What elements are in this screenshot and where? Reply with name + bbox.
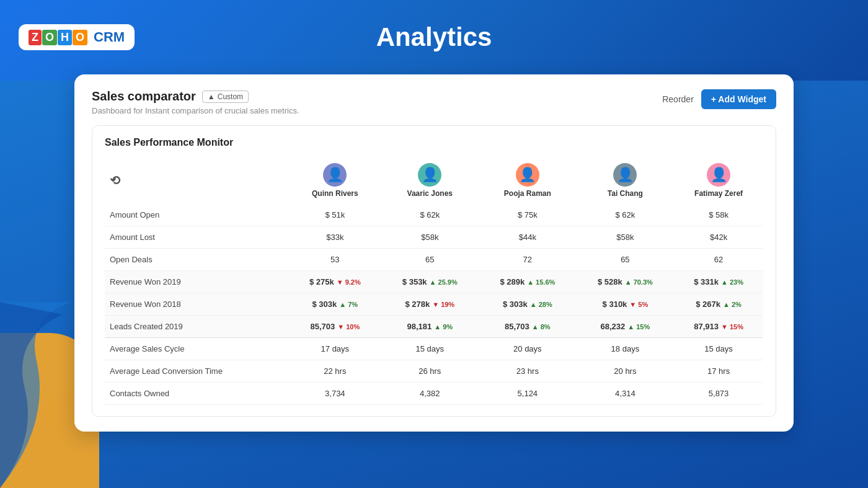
table-cell: 62 [674,249,763,271]
table-row: Revenue Won 2019$ 275k▼ 9.2%$ 353k▲ 25.9… [105,271,763,293]
dashboard-subtitle: Dashboard for Instant comparison of cruc… [92,106,299,115]
table-cell: $ 62k [577,204,675,226]
row-label: Average Lead Conversion Time [105,360,289,383]
table-cell: $ 75k [479,204,577,226]
table-cell: 18 days [577,338,675,360]
table-cell: 3,734 [289,383,381,405]
table-cell: $ 62k [381,204,479,226]
name-quinn: Quinn Rivers [312,189,358,198]
table-row: Amount Open$ 51k$ 62k$ 75k$ 62k$ 58k [105,204,763,226]
table-cell: $33k [289,226,381,249]
avatar-quinn: 👤 [323,163,347,187]
logo-z: Z [29,30,42,45]
avatar-pooja: 👤 [516,163,539,187]
table-cell: 23 hrs [479,360,577,383]
table-cell: 5,124 [479,383,577,405]
table-cell: 87,913▼ 15% [674,316,763,338]
header-pooja: 👤 Pooja Raman [479,157,577,204]
table-cell: $ 331k▲ 23% [674,271,763,293]
crm-text: CRM [94,29,125,45]
table-cell: 53 [289,249,381,271]
table-cell: 20 days [479,338,577,360]
page-title: Analytics [376,22,492,52]
widget-title: Sales Performance Monitor [105,137,763,148]
row-label: Revenue Won 2018 [105,293,289,316]
table-cell: $58k [381,226,479,249]
row-label: Revenue Won 2019 [105,271,289,293]
logo-o2: O [73,30,87,45]
table-cell: $ 267k▲ 2% [674,293,763,316]
table-cell: $44k [479,226,577,249]
table-cell: $ 303k▲ 7% [289,293,381,316]
table-cell: 17 hrs [674,360,763,383]
table-body: Amount Open$ 51k$ 62k$ 75k$ 62k$ 58kAmou… [105,204,763,405]
dashboard-actions: Reorder + Add Widget [662,89,776,109]
dashboard-header: Sales comparator ▲ Custom Dashboard for … [92,89,776,115]
table-cell: $42k [674,226,763,249]
avatar-fatimay: 👤 [707,163,730,187]
table-header-row: ⟲ 👤 Quinn Rivers 👤 Vaaric Jones [105,157,763,204]
name-pooja: Pooja Raman [504,189,551,198]
add-widget-button[interactable]: + Add Widget [701,89,776,109]
header-fatimay: 👤 Fatimay Zeref [674,157,763,204]
table-row: Leads Created 201985,703▼ 10%98,181▲ 9%8… [105,316,763,338]
table-cell: $ 310k▼ 5% [577,293,675,316]
table-cell: $ 51k [289,204,381,226]
dashboard-title-row: Sales comparator ▲ Custom [92,89,299,104]
table-cell: 85,703▲ 8% [479,316,577,338]
table-cell: 22 hrs [289,360,381,383]
table-row: Average Lead Conversion Time22 hrs26 hrs… [105,360,763,383]
header-empty-cell: ⟲ [105,157,289,204]
row-label: Average Sales Cycle [105,338,289,360]
header-vaaric: 👤 Vaaric Jones [381,157,479,204]
logo-area: Z O H O CRM [19,24,135,50]
row-label: Open Deals [105,249,289,271]
table-cell: $ 353k▲ 25.9% [381,271,479,293]
table-cell: 20 hrs [577,360,675,383]
table-cell: 85,703▼ 10% [289,316,381,338]
table-row: Revenue Won 2018$ 303k▲ 7%$ 278k▼ 19%$ 3… [105,293,763,316]
table-cell: 26 hrs [381,360,479,383]
row-label: Leads Created 2019 [105,316,289,338]
name-fatimay: Fatimay Zeref [694,189,743,198]
table-cell: $ 528k▲ 70.3% [577,271,675,293]
row-label: Amount Open [105,204,289,226]
widget-container: Sales Performance Monitor ⟲ 👤 Quinn Rive… [92,125,776,417]
table-cell: $ 58k [674,204,763,226]
table-cell: 4,382 [381,383,479,405]
performance-table: ⟲ 👤 Quinn Rivers 👤 Vaaric Jones [105,157,763,405]
refresh-icon[interactable]: ⟲ [110,174,120,187]
dashboard-title: Sales comparator [92,89,196,104]
header-tai: 👤 Tai Chang [577,157,675,204]
table-cell: $ 275k▼ 9.2% [289,271,381,293]
table-cell: 72 [479,249,577,271]
table-cell: 98,181▲ 9% [381,316,479,338]
table-cell: $ 289k▲ 15.6% [479,271,577,293]
table-row: Open Deals5365726562 [105,249,763,271]
upload-icon: ▲ [208,92,215,101]
row-label: Contacts Owned [105,383,289,405]
avatar-vaaric: 👤 [418,163,441,187]
table-row: Average Sales Cycle17 days15 days20 days… [105,338,763,360]
table-cell: 65 [577,249,675,271]
table-cell: 4,314 [577,383,675,405]
logo-h: H [58,30,72,45]
table-row: Amount Lost$33k$58k$44k$58k$42k [105,226,763,249]
reorder-button[interactable]: Reorder [662,94,694,104]
table-cell: 15 days [381,338,479,360]
table-cell: 15 days [674,338,763,360]
row-label: Amount Lost [105,226,289,249]
table-cell: 65 [381,249,479,271]
avatar-tai: 👤 [613,163,637,187]
table-cell: $ 278k▼ 19% [381,293,479,316]
table-cell: 17 days [289,338,381,360]
table-cell: 5,873 [674,383,763,405]
table-cell: 68,232▲ 15% [577,316,675,338]
logo-o: O [42,30,57,45]
header: Z O H O CRM Analytics [0,0,868,74]
zoho-logo: Z O H O [29,30,87,45]
custom-badge: ▲ Custom [202,91,249,103]
name-tai: Tai Chang [608,189,643,198]
table-cell: $58k [577,226,675,249]
table-cell: $ 303k▲ 28% [479,293,577,316]
